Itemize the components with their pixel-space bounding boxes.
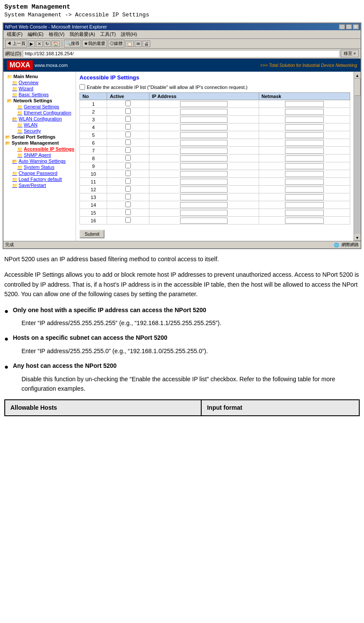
sidebar-item-change-password[interactable]: 📁 Change Password	[3, 170, 76, 176]
ip-input-13[interactable]	[180, 194, 228, 200]
active-checkbox-8[interactable]	[125, 155, 131, 161]
active-checkbox-2[interactable]	[125, 108, 131, 114]
print-button[interactable]: 🖨	[142, 41, 150, 47]
active-checkbox-10[interactable]	[125, 171, 131, 176]
sidebar-item-general-settings[interactable]: 📁 General Settings	[3, 104, 76, 110]
netmask-input-9[interactable]	[285, 163, 324, 169]
sidebar-item-auto-warning[interactable]: 📂 Auto Warning Settings	[3, 158, 76, 164]
sidebar-item-basic-settings[interactable]: 📁 Basic Settings	[3, 92, 76, 98]
ip-input-16[interactable]	[180, 218, 228, 224]
sidebar-item-accessible-ip[interactable]: 📁 Accessible IP Settings	[3, 146, 76, 152]
sidebar-item-ethernet-config[interactable]: 📁 Ethernet Configuration	[3, 110, 76, 116]
sidebar-item-wlan-config[interactable]: 📂 WLAN Configuration	[3, 116, 76, 122]
go-button[interactable]: 移至 »	[341, 50, 359, 57]
sidebar-item-system-management[interactable]: 📂 System Management	[3, 140, 76, 146]
wlan-config-folder-icon: 📂	[12, 117, 17, 121]
netmask-input-6[interactable]	[285, 140, 324, 146]
netmask-input-13[interactable]	[285, 194, 324, 200]
ip-input-3[interactable]	[180, 117, 228, 123]
bullet-sub-1: Enter “IP address/255.255.255.255” (e.g.…	[22, 318, 360, 328]
menu-file[interactable]: 檔案(F)	[4, 31, 25, 38]
sidebar-item-system-status[interactable]: 📁 System Status	[3, 164, 76, 170]
active-checkbox-14[interactable]	[125, 202, 131, 207]
sidebar-item-wlan[interactable]: 📁 WLAN	[3, 122, 76, 128]
active-checkbox-1[interactable]	[125, 101, 131, 106]
ip-input-12[interactable]	[180, 187, 228, 193]
netmask-input-10[interactable]	[285, 171, 324, 177]
scroll-down-button[interactable]: ▼	[354, 234, 361, 241]
ip-input-2[interactable]	[180, 109, 228, 115]
active-checkbox-12[interactable]	[125, 186, 131, 192]
maximize-button[interactable]: □	[346, 24, 352, 29]
menu-help[interactable]: 說明(H)	[118, 31, 139, 38]
netmask-input-1[interactable]	[285, 101, 324, 107]
menu-edit[interactable]: 編輯(E)	[25, 31, 46, 38]
sidebar-item-overview[interactable]: 📁 Overview	[3, 79, 76, 85]
desc-para1: NPort 5200 uses an IP address based filt…	[4, 254, 360, 264]
ip-input-14[interactable]	[180, 202, 228, 208]
ip-input-11[interactable]	[180, 179, 228, 185]
sidebar-item-save-restart[interactable]: 📁 Save/Restart	[3, 182, 76, 188]
netmask-input-15[interactable]	[285, 210, 324, 216]
ip-input-4[interactable]	[180, 124, 228, 130]
netmask-input-12[interactable]	[285, 187, 324, 193]
enable-ip-list-checkbox[interactable]	[79, 84, 85, 90]
back-button[interactable]: ◀ 上一頁	[5, 40, 27, 47]
favorites-button[interactable]: ★我的最愛	[82, 40, 107, 47]
sidebar-item-load-factory[interactable]: 📁 Load Factory default	[3, 176, 76, 182]
netmask-input-3[interactable]	[285, 117, 324, 123]
netmask-input-5[interactable]	[285, 132, 324, 138]
active-checkbox-9[interactable]	[125, 163, 131, 168]
ip-input-8[interactable]	[180, 155, 228, 161]
scroll-up-button[interactable]: ▲	[354, 72, 361, 79]
active-checkbox-5[interactable]	[125, 132, 131, 137]
netmask-input-11[interactable]	[285, 179, 324, 185]
ip-input-6[interactable]	[180, 140, 228, 146]
search-button[interactable]: 🔍搜尋	[64, 40, 81, 47]
menu-tools[interactable]: 工具(T)	[98, 31, 118, 38]
forward-button[interactable]: ▶	[28, 41, 35, 47]
menu-view[interactable]: 檢視(V)	[46, 31, 67, 38]
ip-input-10[interactable]	[180, 171, 228, 177]
active-checkbox-13[interactable]	[125, 194, 131, 199]
submit-button[interactable]: Submit	[79, 230, 104, 238]
netmask-input-2[interactable]	[285, 109, 324, 115]
sidebar-item-wizard[interactable]: 📁 Wizard	[3, 85, 76, 92]
ip-input-5[interactable]	[180, 132, 228, 138]
vertical-scrollbar[interactable]: ▲ ▼	[354, 72, 361, 241]
ip-input-9[interactable]	[180, 163, 228, 169]
netmask-input-14[interactable]	[285, 202, 324, 208]
sidebar-item-snmp[interactable]: 📁 SNMP Agent	[3, 152, 76, 158]
netmask-input-4[interactable]	[285, 124, 324, 130]
active-checkbox-16[interactable]	[125, 217, 131, 223]
close-button[interactable]: ✕	[353, 24, 359, 29]
sidebar-basic-settings-label: Basic Settings	[19, 92, 49, 97]
active-checkbox-4[interactable]	[125, 124, 131, 130]
scroll-track[interactable]	[355, 79, 361, 234]
sidebar-item-network-settings[interactable]: 📂 Network Settings	[3, 98, 76, 104]
active-checkbox-7[interactable]	[125, 147, 131, 153]
ip-input-1[interactable]	[180, 101, 228, 107]
active-checkbox-3[interactable]	[125, 116, 131, 122]
home-button[interactable]: 🏠	[51, 41, 60, 47]
media-button[interactable]: ◎媒體	[108, 40, 124, 47]
active-checkbox-6[interactable]	[125, 139, 131, 145]
mail-button[interactable]: ✉	[135, 41, 142, 47]
active-checkbox-15[interactable]	[125, 209, 131, 215]
menu-favorites[interactable]: 我的最愛(A)	[67, 31, 98, 38]
active-checkbox-11[interactable]	[125, 178, 131, 184]
sidebar-item-security[interactable]: 📁 Security	[3, 128, 76, 134]
minimize-button[interactable]: _	[339, 24, 345, 29]
refresh-button[interactable]: ↻	[44, 41, 51, 47]
stop-button[interactable]: ✕	[36, 41, 43, 47]
history-button[interactable]: 📋	[125, 41, 134, 47]
scroll-thumb[interactable]	[355, 79, 361, 96]
netmask-input-16[interactable]	[285, 218, 324, 224]
sidebar-item-serial-port[interactable]: 📂 Serial Port Settings	[3, 134, 76, 140]
netmask-input-7[interactable]	[285, 148, 324, 154]
sidebar-save-restart-label: Save/Restart	[19, 183, 46, 188]
ip-input-7[interactable]	[180, 148, 228, 154]
address-input[interactable]	[23, 50, 339, 57]
ip-input-15[interactable]	[180, 210, 228, 216]
netmask-input-8[interactable]	[285, 155, 324, 161]
